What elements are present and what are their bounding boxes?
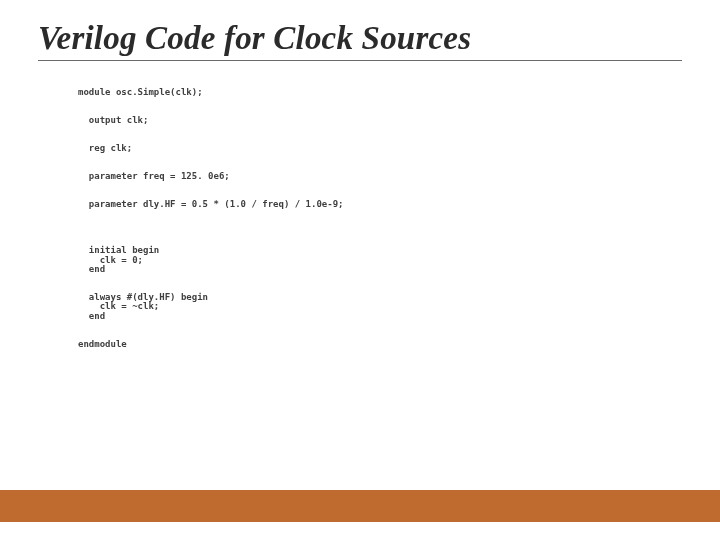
code-line: endmodule [78, 339, 127, 349]
footer-accent-bar [0, 490, 720, 522]
code-line: end [78, 311, 105, 321]
slide-title: Verilog Code for Clock Sources [38, 20, 682, 60]
code-line: output clk; [78, 115, 148, 125]
slide: Verilog Code for Clock Sources module os… [0, 0, 720, 540]
code-line: module osc.Simple(clk); [78, 87, 203, 97]
code-line: reg clk; [78, 143, 132, 153]
code-line: parameter freq = 125. 0e6; [78, 171, 230, 181]
code-block: module osc.Simple(clk); output clk; reg … [78, 79, 720, 359]
title-underline: Verilog Code for Clock Sources [38, 20, 682, 61]
code-line: end [78, 264, 105, 274]
code-line: parameter dly.HF = 0.5 * (1.0 / freq) / … [78, 199, 344, 209]
